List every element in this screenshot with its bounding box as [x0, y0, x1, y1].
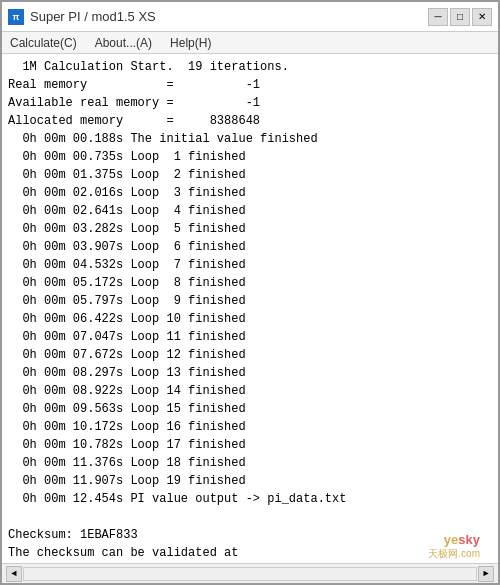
app-icon: π	[8, 9, 24, 25]
watermark-line2: 天极网.com	[428, 547, 480, 561]
title-bar-left: π Super PI / mod1.5 XS	[8, 9, 156, 25]
minimize-button[interactable]: ─	[428, 8, 448, 26]
title-bar: π Super PI / mod1.5 XS ─ □ ✕	[2, 2, 498, 32]
watermark: yesky 天极网.com	[428, 532, 480, 561]
title-buttons: ─ □ ✕	[428, 8, 492, 26]
maximize-button[interactable]: □	[450, 8, 470, 26]
horizontal-scroll-track[interactable]	[23, 567, 477, 581]
close-button[interactable]: ✕	[472, 8, 492, 26]
scroll-right-button[interactable]: ►	[478, 566, 494, 582]
window-title: Super PI / mod1.5 XS	[30, 9, 156, 24]
menu-help[interactable]: Help(H)	[166, 35, 215, 51]
content-area: 1M Calculation Start. 19 iterations. Rea…	[2, 54, 498, 563]
status-bar: ◄ ►	[2, 563, 498, 583]
menu-bar: Calculate(C) About...(A) Help(H)	[2, 32, 498, 54]
menu-about[interactable]: About...(A)	[91, 35, 156, 51]
scroll-left-button[interactable]: ◄	[6, 566, 22, 582]
output-log[interactable]: 1M Calculation Start. 19 iterations. Rea…	[2, 54, 498, 563]
app-icon-label: π	[13, 12, 20, 22]
watermark-line1: yesky	[428, 532, 480, 547]
menu-calculate[interactable]: Calculate(C)	[6, 35, 81, 51]
